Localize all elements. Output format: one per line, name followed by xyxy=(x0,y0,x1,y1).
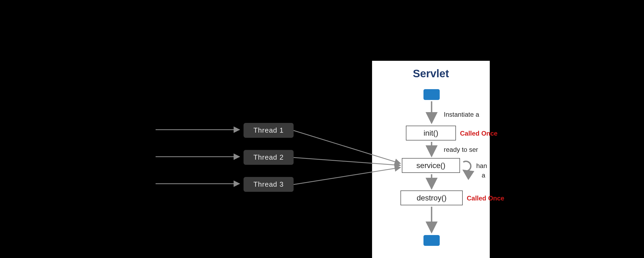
servlet-title: Servlet xyxy=(372,68,490,80)
thread-box-3: Thread 3 xyxy=(244,177,294,192)
note-called-once-init: Called Once xyxy=(460,130,498,137)
service-box: service() xyxy=(402,158,460,173)
note-handle-1: han xyxy=(476,162,487,170)
note-instantiate: Instantiate a xyxy=(444,111,479,118)
start-node xyxy=(423,89,440,100)
arrows-overlay xyxy=(0,0,644,258)
note-ready: ready to ser xyxy=(444,146,478,153)
destroy-box: destroy() xyxy=(400,190,463,205)
thread-box-2: Thread 2 xyxy=(244,150,294,165)
thread-box-1: Thread 1 xyxy=(244,123,294,138)
init-box: init() xyxy=(406,126,456,140)
note-called-once-destroy: Called Once xyxy=(467,195,504,202)
note-handle-2: a xyxy=(482,172,485,179)
end-node xyxy=(423,235,440,246)
diagram-canvas: Servlet init() service() destroy() Insta… xyxy=(0,0,644,258)
